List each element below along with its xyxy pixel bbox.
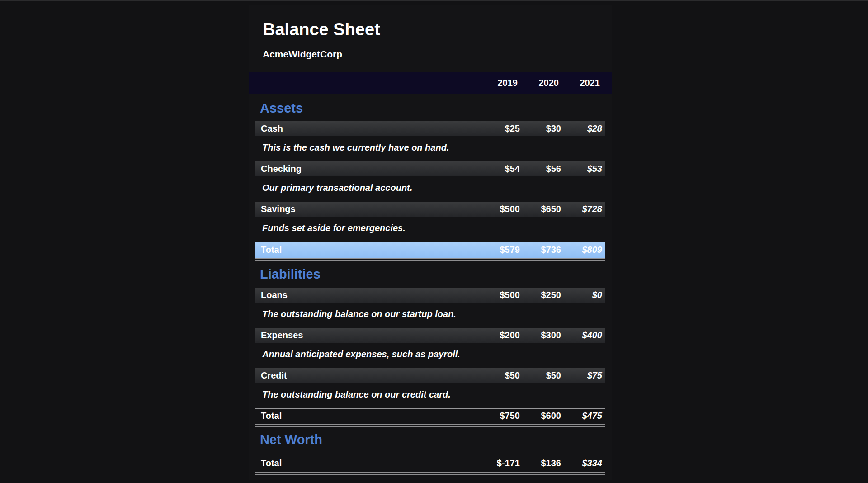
total-value-2019: $-171 — [479, 458, 520, 469]
company-name: AcmeWidgetCorp — [263, 49, 612, 59]
row-value-2021: $75 — [561, 370, 602, 381]
row-value-2019: $500 — [479, 204, 520, 214]
row-description: Our primary transactional account. — [262, 182, 598, 194]
row-value-2021: $28 — [561, 123, 602, 134]
year-column-2021: 2021 — [559, 78, 600, 88]
row-value-2020: $50 — [520, 370, 561, 381]
total-value-2021: $809 — [561, 245, 602, 255]
total-value-2019: $579 — [479, 245, 520, 255]
year-column-2019: 2019 — [476, 78, 518, 88]
total-value-2020: $600 — [520, 411, 561, 421]
net-worth-total-row: Total $-171 $136 $334 — [255, 455, 605, 471]
total-label: Total — [255, 411, 479, 421]
row-label: Expenses — [255, 330, 479, 341]
row-label: Checking — [255, 164, 479, 174]
row-value-2019: $50 — [479, 370, 520, 381]
year-column-2020: 2020 — [518, 78, 559, 88]
row-value-2020: $250 — [520, 290, 561, 300]
row-cash[interactable]: Cash $25 $30 $28 — [255, 121, 605, 136]
row-value-2021: $0 — [561, 290, 602, 300]
viewport-top-edge — [0, 0, 868, 1]
row-savings[interactable]: Savings $500 $650 $728 — [255, 202, 605, 217]
total-value-2021: $475 — [561, 411, 602, 421]
balance-sheet-panel: Balance Sheet AcmeWidgetCorp 2019 2020 2… — [249, 5, 612, 480]
row-value-2021: $728 — [561, 204, 602, 214]
assets-total-row: Total $579 $736 $809 — [255, 242, 605, 258]
row-value-2020: $650 — [520, 204, 561, 214]
row-credit[interactable]: Credit $50 $50 $75 — [255, 368, 605, 383]
total-value-2020: $136 — [520, 458, 561, 469]
row-value-2021: $400 — [561, 330, 602, 341]
total-value-2020: $736 — [520, 245, 561, 255]
row-label: Cash — [255, 123, 479, 134]
net-worth-total-underline — [255, 472, 605, 475]
row-label: Credit — [255, 370, 479, 381]
total-label: Total — [255, 245, 479, 255]
assets-total-underline — [255, 258, 605, 261]
row-description: The outstanding balance on our startup l… — [262, 308, 598, 320]
row-checking[interactable]: Checking $54 $56 $53 — [255, 161, 605, 176]
row-value-2020: $30 — [520, 123, 561, 134]
row-value-2021: $53 — [561, 164, 602, 174]
row-value-2019: $500 — [479, 290, 520, 300]
liabilities-total-row: Total $750 $600 $475 — [255, 408, 605, 423]
row-description: Funds set aside for emergencies. — [262, 223, 598, 234]
row-label: Savings — [255, 204, 479, 214]
row-description: This is the cash we currently have on ha… — [262, 142, 598, 153]
row-value-2020: $300 — [520, 330, 561, 341]
row-label: Loans — [255, 290, 479, 300]
total-value-2019: $750 — [479, 411, 520, 421]
row-description: The outstanding balance on our credit ca… — [262, 389, 598, 400]
row-value-2019: $200 — [479, 330, 520, 341]
row-description: Annual anticipated expenses, such as pay… — [262, 349, 598, 360]
liabilities-total-underline — [255, 424, 605, 427]
row-loans[interactable]: Loans $500 $250 $0 — [255, 288, 605, 303]
row-expenses[interactable]: Expenses $200 $300 $400 — [255, 328, 605, 343]
section-heading-liabilities: Liabilities — [260, 267, 612, 281]
total-label: Total — [255, 458, 479, 469]
page-title: Balance Sheet — [263, 20, 612, 39]
row-value-2019: $54 — [479, 164, 520, 174]
row-value-2019: $25 — [479, 123, 520, 134]
section-heading-assets: Assets — [260, 101, 612, 115]
total-value-2021: $334 — [561, 458, 602, 469]
row-value-2020: $56 — [520, 164, 561, 174]
year-header-row: 2019 2020 2021 — [249, 72, 612, 94]
section-heading-net-worth: Net Worth — [260, 433, 612, 446]
